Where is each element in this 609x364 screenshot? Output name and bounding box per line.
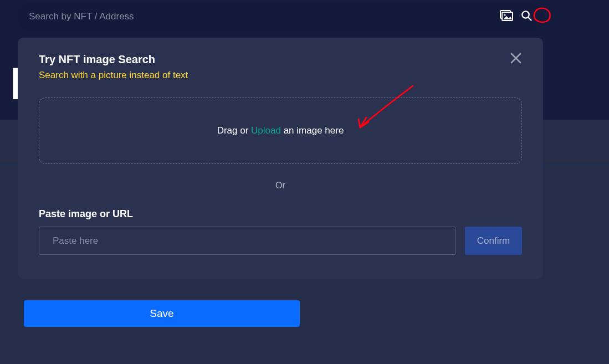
paste-url-input[interactable] [39, 227, 456, 255]
confirm-button[interactable]: Confirm [465, 227, 522, 255]
image-search-modal: Try NFT image Search Search with a pictu… [18, 38, 543, 279]
image-icon[interactable] [500, 10, 513, 23]
modal-title: Try NFT image Search [39, 53, 188, 66]
paste-label: Paste image or URL [39, 208, 522, 220]
svg-line-4 [529, 18, 531, 20]
svg-point-2 [504, 14, 505, 16]
drop-text-post: an image here [281, 125, 344, 136]
or-divider: Or [39, 181, 522, 191]
upload-link[interactable]: Upload [251, 125, 281, 136]
close-icon[interactable] [510, 52, 522, 66]
drop-text-pre: Drag or [217, 125, 251, 136]
modal-subtitle: Search with a picture instead of text [39, 70, 188, 81]
search-input[interactable] [29, 11, 500, 22]
search-bar[interactable] [18, 3, 543, 30]
save-button[interactable]: Save [24, 300, 300, 327]
search-icon[interactable] [521, 10, 532, 23]
drop-zone[interactable]: Drag or Upload an image here [39, 98, 522, 164]
